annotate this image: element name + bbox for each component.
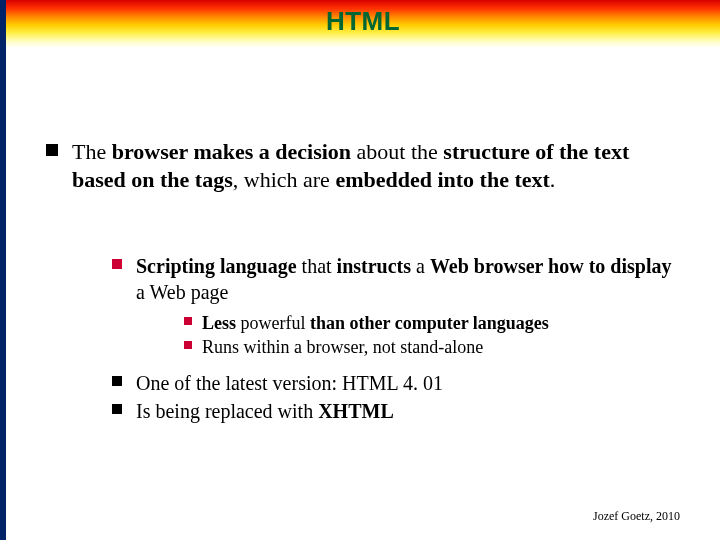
bullet-level3-text: Less powerful than other computer langua…	[202, 313, 549, 333]
square-bullet-icon	[184, 341, 192, 349]
title-gradient-band: HTML	[6, 0, 720, 48]
square-bullet-icon	[184, 317, 192, 325]
slide-title: HTML	[6, 6, 720, 37]
bullet-level3: Runs within a browser, not stand-alone	[184, 335, 680, 359]
slide-content: The browser makes a decision about the s…	[6, 48, 720, 540]
bullet-level1-text: The browser makes a decision about the s…	[72, 139, 629, 192]
bullet-level3: Less powerful than other computer langua…	[184, 311, 680, 335]
bullet-level2: Scripting language that instructs a Web …	[112, 253, 680, 360]
sub-bullets: Scripting language that instructs a Web …	[46, 253, 680, 424]
bullet-level2-text: Is being replaced with XHTML	[136, 400, 394, 422]
bullet-level2-text: Scripting language that instructs a Web …	[136, 255, 671, 303]
bullet-level3-text: Runs within a browser, not stand-alone	[202, 337, 483, 357]
bullet-level3-group: Less powerful than other computer langua…	[136, 311, 680, 360]
square-bullet-icon	[112, 259, 122, 269]
square-bullet-icon	[112, 376, 122, 386]
bullet-level1: The browser makes a decision about the s…	[46, 138, 680, 193]
bullet-level2: Is being replaced with XHTML	[112, 398, 680, 424]
bullet-level2: One of the latest version: HTML 4. 01	[112, 370, 680, 396]
square-bullet-icon	[46, 144, 58, 156]
square-bullet-icon	[112, 404, 122, 414]
slide-footer: Jozef Goetz, 2010	[593, 509, 680, 524]
bullet-level2-text: One of the latest version: HTML 4. 01	[136, 372, 443, 394]
